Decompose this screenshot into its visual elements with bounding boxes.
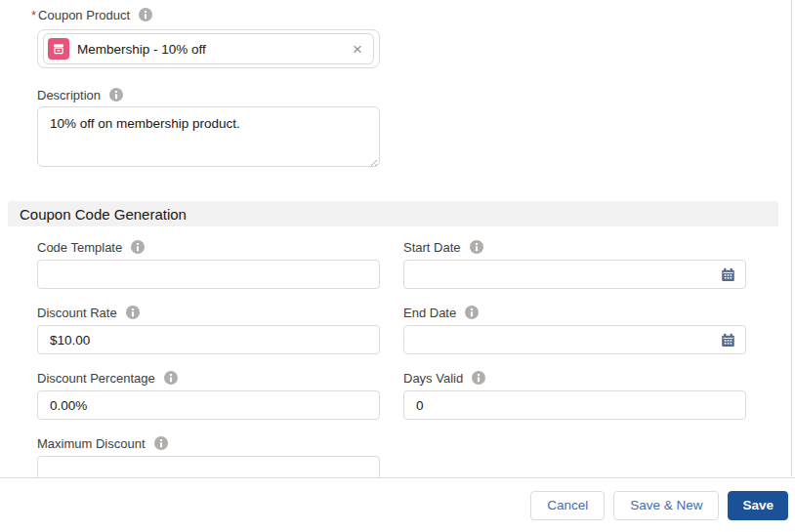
selected-product-name: Membership - 10% off xyxy=(77,42,352,57)
field-end-date: End Date xyxy=(403,305,746,354)
days-valid-label: Days Valid xyxy=(403,371,463,386)
field-days-valid: Days Valid xyxy=(403,370,746,420)
end-date-input[interactable] xyxy=(403,325,746,354)
code-template-input[interactable] xyxy=(37,260,380,289)
discount-rate-input[interactable] xyxy=(37,325,380,354)
info-icon[interactable] xyxy=(472,371,485,385)
info-icon[interactable] xyxy=(470,240,483,254)
remove-pill-icon[interactable]: × xyxy=(352,41,363,58)
section-header-coupon-code-generation: Coupon Code Generation xyxy=(8,201,778,226)
coupon-form-body: * Coupon Product Membership - 10% off × … xyxy=(0,0,795,477)
scroll-edge-divider xyxy=(791,0,792,476)
coupon-product-pill[interactable]: Membership - 10% off × xyxy=(43,33,374,64)
info-icon[interactable] xyxy=(109,88,123,102)
form-row: Discount Rate End Date xyxy=(37,305,795,354)
description-label-row: Description xyxy=(37,87,795,102)
field-grid: Code Template Start Date xyxy=(0,239,795,477)
form-row: Maximum Discount xyxy=(37,435,795,477)
discount-rate-label: Discount Rate xyxy=(37,306,117,320)
form-row: Discount Percentage Days Valid xyxy=(37,370,795,420)
description-label: Description xyxy=(37,88,101,102)
info-icon[interactable] xyxy=(164,371,178,385)
end-date-label: End Date xyxy=(403,306,456,320)
info-icon[interactable] xyxy=(154,436,168,450)
required-asterisk: * xyxy=(31,8,36,22)
coupon-product-label-row: * Coupon Product xyxy=(31,7,795,22)
maximum-discount-input[interactable] xyxy=(37,456,380,477)
calendar-icon[interactable] xyxy=(721,333,735,348)
field-code-template: Code Template xyxy=(37,239,380,289)
info-icon[interactable] xyxy=(139,8,152,21)
field-start-date: Start Date xyxy=(403,239,746,289)
maximum-discount-label: Maximum Discount xyxy=(37,436,146,451)
save-and-new-button[interactable]: Save & New xyxy=(613,491,719,520)
code-template-label: Code Template xyxy=(37,240,122,255)
start-date-label: Start Date xyxy=(403,240,461,255)
info-icon[interactable] xyxy=(126,306,140,319)
days-valid-input[interactable] xyxy=(403,390,746,420)
info-icon[interactable] xyxy=(465,306,479,319)
discount-percentage-label: Discount Percentage xyxy=(37,371,155,386)
discount-percentage-input[interactable] xyxy=(37,390,380,420)
save-button[interactable]: Save xyxy=(728,491,788,520)
modal-footer: Cancel Save & New Save xyxy=(0,477,795,532)
cancel-button[interactable]: Cancel xyxy=(530,491,605,520)
coupon-product-lookup[interactable]: Membership - 10% off × xyxy=(37,29,380,68)
field-maximum-discount: Maximum Discount xyxy=(37,435,380,477)
field-discount-percentage: Discount Percentage xyxy=(37,370,380,420)
info-icon[interactable] xyxy=(131,240,145,254)
coupon-product-label: Coupon Product xyxy=(38,8,130,22)
form-row: Code Template Start Date xyxy=(37,239,795,289)
field-discount-rate: Discount Rate xyxy=(37,305,380,354)
description-field-wrap: 10% off on membership product. xyxy=(37,106,380,171)
start-date-input[interactable] xyxy=(403,260,746,289)
calendar-icon[interactable] xyxy=(721,267,735,282)
description-textarea[interactable]: 10% off on membership product. xyxy=(37,106,380,167)
section-title: Coupon Code Generation xyxy=(20,206,187,223)
product-icon xyxy=(48,38,69,60)
